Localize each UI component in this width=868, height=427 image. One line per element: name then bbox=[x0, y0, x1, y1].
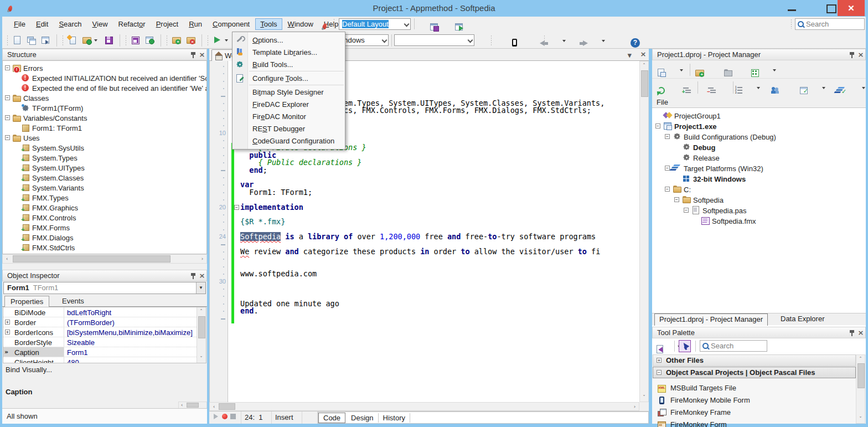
new-project-icon[interactable] bbox=[657, 68, 665, 77]
palette-item[interactable]: MSBuild Targets File bbox=[653, 382, 856, 394]
minimize-button[interactable] bbox=[782, 0, 802, 16]
collapse-box[interactable]: − bbox=[665, 134, 670, 139]
menu-item-edit[interactable]: Edit bbox=[31, 18, 53, 30]
menu-item-configure-tools[interactable]: Configure Tools... bbox=[232, 72, 345, 84]
tree-item[interactable]: −Uses bbox=[3, 133, 206, 143]
property-value[interactable]: bdLeftToRight bbox=[65, 307, 197, 317]
help-drag-handle[interactable] bbox=[544, 35, 545, 46]
scroll-left-arrow[interactable]: ‹ bbox=[3, 255, 11, 263]
scroll-thumb[interactable] bbox=[219, 403, 235, 410]
property-row[interactable]: +BorderIcons[biSystemMenu,biMinimize,biM… bbox=[3, 327, 197, 337]
dropdown-button[interactable]: ▼ bbox=[196, 282, 205, 294]
code-line[interactable]: {$R *.fmx} bbox=[210, 218, 639, 226]
collapse-box[interactable]: − bbox=[5, 95, 10, 100]
property-row[interactable]: +Border(TFormBorder) bbox=[3, 317, 197, 327]
menu-item-project[interactable]: Project bbox=[151, 18, 183, 30]
save-icon[interactable] bbox=[104, 35, 113, 44]
tree-item[interactable]: Expected the end of file but received an… bbox=[3, 83, 206, 93]
menu-item-options[interactable]: Options... bbox=[232, 34, 345, 46]
property-value[interactable]: 480 bbox=[65, 357, 197, 363]
palette-item[interactable]: FireMonkey Form bbox=[653, 419, 856, 427]
close-icon[interactable]: × bbox=[198, 271, 206, 280]
property-grid[interactable]: ˄ ˅ BiDiModebdLeftToRight+Border(TFormBo… bbox=[3, 307, 206, 363]
dock-tab-data-explorer[interactable]: Data Explorer bbox=[776, 313, 829, 326]
code-fold-box[interactable]: − bbox=[234, 205, 239, 210]
menu-item-tools[interactable]: Tools bbox=[255, 18, 282, 30]
instance-selector-combobox[interactable]: Form1 TForm1 ▼ bbox=[3, 282, 206, 294]
toolbar-group-handle[interactable] bbox=[125, 35, 127, 46]
code-line[interactable]: www.softpedia.com bbox=[210, 270, 639, 278]
property-row[interactable]: ClientHeight480 bbox=[3, 357, 197, 363]
collapse-box[interactable]: − bbox=[674, 197, 679, 202]
scroll-up-arrow[interactable]: ˄ bbox=[197, 307, 205, 316]
scroll-up-arrow[interactable]: ˄ bbox=[856, 355, 865, 363]
step-icon[interactable] bbox=[213, 413, 219, 420]
chevron-down-icon[interactable] bbox=[404, 22, 409, 27]
project-tree-item[interactable]: Debug bbox=[652, 142, 866, 152]
code-line[interactable]: end; bbox=[210, 167, 639, 174]
project-tree-item[interactable]: Release bbox=[652, 152, 866, 163]
property-row[interactable]: »CaptionForm1 bbox=[3, 347, 197, 357]
close-editor-icon[interactable]: × bbox=[639, 50, 648, 59]
new-window-icon[interactable] bbox=[27, 35, 35, 44]
code-line[interactable]: Updated one minute ago bbox=[210, 300, 639, 308]
menu-item-firedac-monitor[interactable]: FireDAC Monitor bbox=[232, 110, 345, 122]
folders-icon[interactable] bbox=[724, 68, 732, 77]
dropdown-caret[interactable] bbox=[93, 35, 99, 44]
structure-tree[interactable]: −ErrorsExpected INITIALIZATION but recei… bbox=[2, 60, 207, 254]
bind-visually-link[interactable]: Bind Visually... bbox=[6, 366, 52, 374]
project-tree-item[interactable]: Softpedia.fmx bbox=[652, 215, 866, 226]
code-line[interactable]: 30 bbox=[210, 278, 639, 286]
scroll-up-arrow[interactable]: ˄ bbox=[640, 61, 648, 70]
code-line[interactable]: end. bbox=[210, 307, 639, 315]
scroll-down-arrow[interactable]: ˅ bbox=[197, 354, 205, 363]
save-layout-icon[interactable] bbox=[430, 22, 438, 31]
property-row[interactable]: BiDiModebdLeftToRight bbox=[3, 307, 197, 317]
pm-column-header[interactable]: File bbox=[652, 96, 866, 108]
global-search-box[interactable]: Search bbox=[795, 18, 865, 30]
tree-item[interactable]: −Variables/Constants bbox=[3, 113, 206, 123]
project-tree-item[interactable]: −Target Platforms (Win32) bbox=[652, 163, 866, 173]
toolbar-group-handle[interactable] bbox=[207, 35, 209, 46]
menu-item-run[interactable]: Run bbox=[184, 18, 207, 30]
tab-properties[interactable]: Properties bbox=[4, 296, 49, 307]
open-project-icon[interactable] bbox=[82, 35, 91, 44]
collapse-box[interactable]: − bbox=[5, 135, 10, 140]
tab-design[interactable]: Design bbox=[347, 413, 378, 423]
menu-item-build-tools[interactable]: Build Tools... bbox=[232, 58, 345, 70]
pin-icon[interactable] bbox=[189, 50, 198, 59]
project-tree-item[interactable]: −C: bbox=[652, 184, 866, 194]
collapse-box[interactable]: − bbox=[657, 370, 662, 375]
menu-item-window[interactable]: Window bbox=[283, 18, 318, 30]
menu-item-file[interactable]: File bbox=[9, 18, 30, 30]
add-file-icon[interactable] bbox=[172, 35, 180, 44]
tree-item[interactable]: FMX.Controls bbox=[3, 213, 206, 223]
toolbar-group-handle[interactable] bbox=[7, 35, 8, 46]
component-mode-icon[interactable] bbox=[655, 344, 664, 353]
sort-list-caret[interactable] bbox=[756, 83, 761, 92]
window-arrow-icon[interactable] bbox=[41, 35, 50, 44]
search-drag-handle[interactable] bbox=[790, 19, 792, 29]
tab-history[interactable]: History bbox=[379, 413, 410, 423]
palette-category[interactable]: −Object Pascal Projects | Object Pascal … bbox=[653, 367, 856, 378]
tree-item[interactable]: FMX.StdCtrls bbox=[3, 243, 206, 253]
tree-item[interactable]: −Classes bbox=[3, 93, 206, 103]
property-value[interactable]: Form1 bbox=[65, 347, 197, 357]
build-all-caret[interactable] bbox=[861, 83, 866, 92]
new-items-icon[interactable] bbox=[68, 35, 76, 44]
code-line[interactable] bbox=[210, 255, 639, 263]
menu-item-component[interactable]: Component bbox=[208, 18, 255, 30]
structure-hscrollbar[interactable]: ‹ › bbox=[2, 254, 207, 264]
collapse-box[interactable]: − bbox=[5, 65, 10, 70]
collapse-box[interactable]: − bbox=[5, 115, 10, 120]
help-icon[interactable] bbox=[631, 38, 639, 47]
collapse-box[interactable]: − bbox=[655, 124, 660, 128]
palette-search-box[interactable]: Search bbox=[700, 340, 767, 352]
record-icon[interactable] bbox=[221, 413, 228, 420]
tree-item[interactable]: FMX.Dialogs bbox=[3, 233, 206, 243]
scroll-right-arrow[interactable]: › bbox=[198, 255, 206, 263]
code-line[interactable]: { Public declarations } bbox=[210, 159, 639, 167]
palette-category[interactable]: +Other Files bbox=[653, 354, 856, 366]
menu-item-refactor[interactable]: Refactor bbox=[113, 18, 151, 30]
project-tree-item[interactable]: ProjectGroup1 bbox=[652, 110, 866, 121]
